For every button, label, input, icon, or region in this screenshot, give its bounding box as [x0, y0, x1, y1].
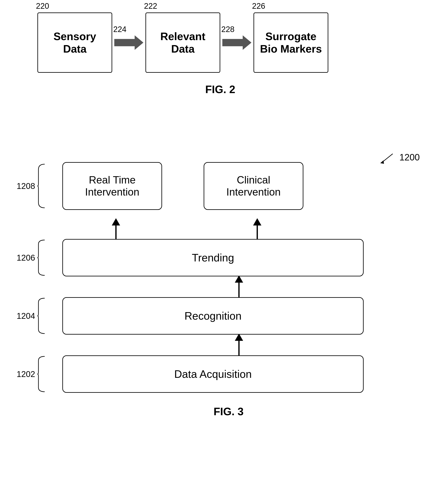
arrow-trending-shape [235, 275, 243, 297]
arrow-line-realtime [115, 226, 117, 240]
ref-1204-label: 1204 [17, 311, 35, 321]
arrow-line-trending [238, 283, 240, 297]
brace-1202: 1202 [17, 355, 47, 393]
fig2-box-222: 222 Relevant Data [145, 13, 220, 73]
brace-1208: 1208 [17, 163, 47, 209]
box-226-label: Surrogate Bio Markers [260, 30, 322, 55]
ref-1206-label: 1206 [17, 253, 35, 262]
ref-224: 224 [113, 25, 126, 34]
arrow-224-shape [114, 35, 143, 50]
level-1206: 1206 Trending [62, 239, 416, 276]
arrow-line-recognition [238, 341, 240, 355]
svg-line-0 [382, 154, 393, 162]
ref-228: 228 [221, 25, 234, 34]
arrows-to-top [62, 218, 416, 239]
arrow-recognition-shape [235, 334, 243, 355]
ref-1202-label: 1202 [17, 370, 35, 379]
trending-label: Trending [192, 251, 234, 264]
fig3-container: 1200 1208 Real Time Intervention Clinica… [21, 145, 436, 418]
arrow-head-clinical [253, 218, 261, 226]
arrow-to-trending [62, 276, 416, 297]
box-222-label: Relevant Data [160, 30, 206, 55]
brace-1204: 1204 [17, 297, 47, 335]
clinical-label: Clinical Intervention [226, 174, 281, 198]
fig3-box-trending: Trending [62, 239, 364, 276]
fig2-container: 220 Sensory Data 224 222 Relevant Data 2… [21, 13, 436, 96]
fig2-diagram: 220 Sensory Data 224 222 Relevant Data 2… [37, 13, 436, 73]
fig3-box-real-time: Real Time Intervention [62, 162, 162, 210]
arrow-to-recognition [62, 335, 416, 355]
ref-226: 226 [252, 2, 265, 11]
ref-1208-label: 1208 [17, 181, 35, 191]
arrow-to-clinical [253, 218, 261, 240]
arrow-head-realtime [112, 218, 120, 226]
fig3-box-recognition: Recognition [62, 297, 364, 335]
fig2-caption: FIG. 2 [4, 83, 436, 96]
arrow-228-shape [222, 35, 251, 50]
fig2-arrow-228: 228 [220, 34, 254, 51]
fig2-box-220: 220 Sensory Data [37, 13, 112, 73]
real-time-label: Real Time Intervention [85, 174, 139, 198]
brace-1202-shape [36, 355, 47, 393]
arrow-head-recognition [235, 334, 243, 341]
ref-222: 222 [144, 2, 157, 11]
top-boxes-row: Real Time Intervention Clinical Interven… [62, 162, 303, 210]
box-220-label: Sensory Data [53, 30, 96, 55]
fig2-box-226: 226 Surrogate Bio Markers [254, 13, 328, 73]
recognition-label: Recognition [185, 310, 242, 322]
brace-1208-shape [36, 163, 47, 209]
fig2-arrow-224: 224 [112, 34, 145, 51]
fig3-diagram: 1208 Real Time Intervention Clinical Int… [62, 162, 416, 393]
level-1208: 1208 Real Time Intervention Clinical Int… [62, 162, 416, 210]
arrow-head-trending [235, 275, 243, 283]
fig3-caption: FIG. 3 [21, 405, 436, 418]
brace-1206-shape [36, 239, 47, 276]
arrow-line-clinical [257, 226, 258, 240]
brace-1206: 1206 [17, 239, 47, 276]
ref-220: 220 [36, 2, 49, 11]
fig3-box-data-acquisition: Data Acquisition [62, 355, 364, 393]
arrow-to-realtime [112, 218, 120, 240]
level-1202: 1202 Data Acquisition [62, 355, 416, 393]
brace-1204-shape [36, 297, 47, 335]
level-1204: 1204 Recognition [62, 297, 416, 335]
fig3-box-clinical: Clinical Intervention [204, 162, 303, 210]
data-acquisition-label: Data Acquisition [174, 368, 252, 380]
